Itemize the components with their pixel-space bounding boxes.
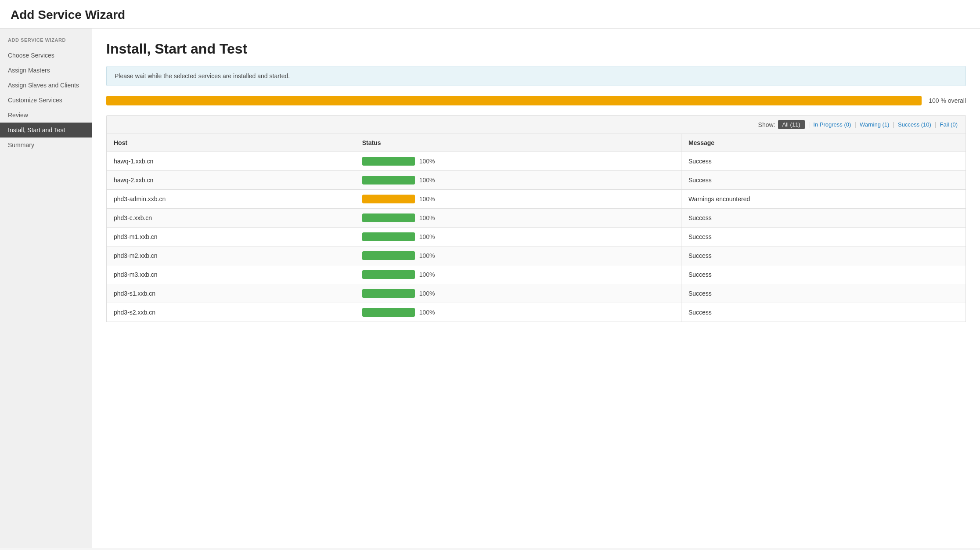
show-label: Show: [758, 121, 775, 128]
status-bar [362, 213, 415, 222]
table-row: phd3-s1.xxb.cn100%Success [107, 284, 966, 303]
status-percent: 100% [419, 158, 435, 165]
status-percent: 100% [419, 214, 435, 221]
cell-host: phd3-s1.xxb.cn [107, 284, 355, 303]
filter-success-link[interactable]: Success (10) [898, 121, 931, 128]
status-percent: 100% [419, 252, 435, 259]
status-percent: 100% [419, 309, 435, 316]
status-bar [362, 176, 415, 185]
filter-sep-3: | [893, 121, 894, 128]
filter-sep-4: | [935, 121, 937, 128]
sidebar-heading: ADD SERVICE WIZARD [0, 37, 92, 48]
progress-label: 100 % overall [929, 97, 966, 104]
cell-host: phd3-m3.xxb.cn [107, 265, 355, 284]
status-bar [362, 157, 415, 166]
cell-status: 100% [355, 284, 681, 303]
cell-message: Success [681, 303, 966, 322]
cell-status: 100% [355, 209, 681, 228]
cell-message: Success [681, 152, 966, 171]
status-percent: 100% [419, 233, 435, 240]
table-row: phd3-c.xxb.cn100%Success [107, 209, 966, 228]
sidebar-item-customize-services[interactable]: Customize Services [0, 93, 92, 108]
status-percent: 100% [419, 177, 435, 184]
table-row: hawq-2.xxb.cn100%Success [107, 171, 966, 190]
cell-message: Warnings encountered [681, 190, 966, 209]
cell-host: phd3-m2.xxb.cn [107, 246, 355, 265]
cell-status: 100% [355, 265, 681, 284]
filter-all-button[interactable]: All (11) [778, 120, 805, 129]
table-row: phd3-m2.xxb.cn100%Success [107, 246, 966, 265]
cell-status: 100% [355, 228, 681, 246]
cell-host: hawq-1.xxb.cn [107, 152, 355, 171]
sidebar-item-review[interactable]: Review [0, 108, 92, 123]
filter-warning-link[interactable]: Warning (1) [860, 121, 889, 128]
status-bar [362, 270, 415, 279]
sidebar-item-summary[interactable]: Summary [0, 138, 92, 152]
cell-message: Success [681, 209, 966, 228]
filter-sep-1: | [808, 121, 810, 128]
main-content: Install, Start and Test Please wait whil… [92, 29, 980, 548]
progress-row: 100 % overall [106, 96, 966, 105]
cell-status: 100% [355, 303, 681, 322]
section-title: Install, Start and Test [106, 41, 966, 57]
cell-status: 100% [355, 152, 681, 171]
status-percent: 100% [419, 271, 435, 278]
progress-bar-outer [106, 96, 922, 105]
table-row: phd3-s2.xxb.cn100%Success [107, 303, 966, 322]
cell-message: Success [681, 246, 966, 265]
cell-message: Success [681, 284, 966, 303]
table-row: phd3-admin.xxb.cn100%Warnings encountere… [107, 190, 966, 209]
status-bar [362, 195, 415, 203]
page-title: Add Service Wizard [0, 0, 980, 29]
status-bar [362, 232, 415, 241]
filter-in-progress-link[interactable]: In Progress (0) [813, 121, 851, 128]
status-percent: 100% [419, 290, 435, 297]
cell-host: hawq-2.xxb.cn [107, 171, 355, 190]
status-bar [362, 289, 415, 298]
sidebar-item-install-start-test[interactable]: Install, Start and Test [0, 123, 92, 138]
cell-host: phd3-m1.xxb.cn [107, 228, 355, 246]
cell-host: phd3-s2.xxb.cn [107, 303, 355, 322]
cell-status: 100% [355, 190, 681, 209]
status-bar [362, 308, 415, 317]
col-status: Status [355, 134, 681, 152]
filter-bar: Show: All (11) | In Progress (0) | Warni… [106, 115, 966, 134]
info-banner: Please wait while the selected services … [106, 66, 966, 86]
hosts-table: Host Status Message hawq-1.xxb.cn100%Suc… [106, 134, 966, 322]
cell-host: phd3-c.xxb.cn [107, 209, 355, 228]
sidebar: ADD SERVICE WIZARD Choose Services Assig… [0, 29, 92, 548]
filter-sep-2: | [854, 121, 856, 128]
cell-status: 100% [355, 171, 681, 190]
table-row: hawq-1.xxb.cn100%Success [107, 152, 966, 171]
cell-message: Success [681, 171, 966, 190]
status-bar [362, 251, 415, 260]
cell-message: Success [681, 265, 966, 284]
table-row: phd3-m1.xxb.cn100%Success [107, 228, 966, 246]
filter-fail-link[interactable]: Fail (0) [940, 121, 958, 128]
progress-bar-inner [106, 96, 922, 105]
sidebar-item-assign-masters[interactable]: Assign Masters [0, 63, 92, 78]
col-host: Host [107, 134, 355, 152]
sidebar-item-choose-services[interactable]: Choose Services [0, 48, 92, 63]
sidebar-item-assign-slaves[interactable]: Assign Slaves and Clients [0, 78, 92, 93]
cell-message: Success [681, 228, 966, 246]
cell-status: 100% [355, 246, 681, 265]
table-row: phd3-m3.xxb.cn100%Success [107, 265, 966, 284]
col-message: Message [681, 134, 966, 152]
cell-host: phd3-admin.xxb.cn [107, 190, 355, 209]
status-percent: 100% [419, 195, 435, 203]
